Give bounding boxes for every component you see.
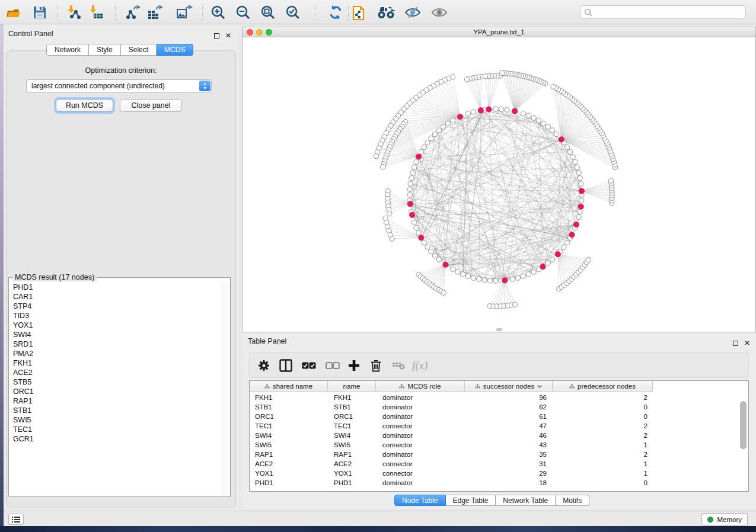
toolbar-separator [202, 4, 203, 21]
column-header-MCDS-role[interactable]: MCDS role [376, 381, 465, 392]
refresh-view-icon[interactable] [327, 4, 344, 21]
delete-column-icon[interactable] [371, 358, 381, 373]
tab-select[interactable]: Select [121, 44, 157, 56]
close-panel-icon[interactable]: ✕ [225, 30, 231, 40]
mcds-result-item[interactable]: PMA2 [9, 349, 223, 358]
mcds-result-item[interactable]: ACE2 [9, 368, 223, 377]
tab-network-table[interactable]: Network Table [496, 495, 556, 506]
table-row[interactable]: PHD1PHD1dominator180 [250, 478, 748, 488]
table-row[interactable]: YOX1YOX1connector291 [250, 469, 748, 478]
import-table-icon[interactable] [87, 4, 105, 21]
import-network-icon[interactable] [65, 4, 83, 21]
mcds-result-item[interactable]: ORC1 [9, 387, 223, 396]
dominator-node[interactable] [555, 252, 560, 257]
deselect-all-icon[interactable] [326, 358, 340, 373]
table-row[interactable]: STB1STB1dominator620 [250, 402, 748, 412]
column-header-successor-nodes[interactable]: successor nodes [465, 381, 553, 392]
export-image-icon[interactable] [176, 4, 193, 21]
dominator-node[interactable] [409, 212, 414, 217]
mcds-list-scrollbar[interactable] [222, 283, 229, 496]
zoom-fit-icon[interactable] [259, 4, 277, 21]
tab-mcds[interactable]: MCDS [157, 44, 193, 56]
mcds-result-item[interactable]: YOX1 [9, 321, 223, 330]
mcds-result-item[interactable]: CAR1 [9, 292, 223, 302]
mcds-result-item[interactable]: TID3 [9, 311, 223, 321]
dominator-node[interactable] [574, 222, 579, 227]
search-input[interactable] [595, 8, 745, 17]
table-row[interactable]: FKH1FKH1dominator962 [250, 393, 748, 402]
table-row[interactable]: RAP1RAP1dominator352 [250, 450, 748, 459]
share-network-icon[interactable] [351, 4, 369, 21]
export-network-icon[interactable] [125, 4, 142, 21]
tab-style[interactable]: Style [89, 44, 121, 56]
memory-button[interactable]: Memory [701, 513, 748, 525]
export-table-icon[interactable] [146, 4, 164, 21]
mcds-result-item[interactable]: SRD1 [9, 339, 223, 349]
dominator-node[interactable] [569, 232, 575, 238]
zoom-out-icon[interactable] [234, 4, 252, 21]
network-canvas[interactable] [243, 37, 755, 332]
hide-eye-icon[interactable] [404, 4, 422, 21]
list-icon [12, 516, 21, 523]
zoom-selected-icon[interactable] [284, 4, 302, 21]
float-window-icon[interactable] [733, 338, 738, 348]
close-panel-button[interactable]: Close panel [120, 99, 182, 112]
mcds-result-item[interactable]: STP4 [9, 302, 223, 311]
close-panel-icon[interactable]: ✕ [744, 337, 750, 348]
network-hscroll-thumb[interactable] [496, 328, 502, 331]
table-row[interactable]: TEC1TEC1connector472 [250, 421, 748, 431]
table-vscroll-thumb[interactable] [740, 401, 747, 449]
run-mcds-button[interactable]: Run MCDS [56, 99, 113, 112]
columns-icon[interactable] [279, 358, 292, 373]
mcds-result-item[interactable]: PHD1 [9, 283, 223, 292]
select-all-icon[interactable] [302, 358, 316, 373]
dominator-node[interactable] [486, 107, 492, 112]
tab-node-table[interactable]: Node Table [394, 495, 446, 506]
table-row[interactable]: ACE2ACE2connector311 [250, 459, 748, 469]
function-builder-icon[interactable]: f(x) [412, 358, 428, 373]
task-history-button[interactable] [8, 514, 24, 525]
dominator-node[interactable] [578, 204, 583, 209]
dominator-node[interactable] [512, 108, 518, 114]
float-window-icon[interactable] [214, 30, 219, 41]
zoom-in-icon[interactable] [209, 4, 227, 21]
network-window-titlebar[interactable]: YPA_prune.txt_1 [243, 27, 755, 37]
dominator-node[interactable] [559, 137, 564, 142]
add-column-icon[interactable] [348, 358, 360, 373]
tab-edge-table[interactable]: Edge Table [446, 495, 496, 506]
dominator-node[interactable] [407, 201, 413, 207]
table-row[interactable]: ORC1ORC1dominator610 [250, 412, 748, 421]
mcds-result-item[interactable]: SWI4 [9, 330, 223, 339]
table-row[interactable]: SWI4SWI4dominator462 [250, 431, 748, 440]
gear-icon[interactable] [258, 358, 270, 373]
tab-network[interactable]: Network [46, 44, 89, 56]
binoculars-icon[interactable] [377, 4, 395, 21]
mcds-result-item[interactable]: FKH1 [9, 358, 223, 368]
show-eye-icon[interactable] [430, 4, 448, 21]
dominator-node[interactable] [419, 235, 424, 241]
mcds-result-item[interactable]: STB1 [9, 406, 223, 415]
dominator-node[interactable] [458, 114, 463, 119]
column-header-shared-name[interactable]: shared name [250, 381, 328, 392]
dominator-node[interactable] [416, 154, 422, 159]
dominator-node[interactable] [443, 262, 448, 267]
mcds-result-item[interactable]: TEC1 [9, 425, 223, 434]
mcds-result-item[interactable]: STB5 [9, 377, 223, 387]
dominator-node[interactable] [502, 278, 508, 283]
criterion-dropdown[interactable]: largest connected component (undirected)… [26, 79, 212, 92]
mcds-result-item[interactable]: RAP1 [9, 396, 223, 406]
search-field[interactable] [580, 5, 746, 19]
dominator-node[interactable] [540, 264, 546, 270]
open-file-icon[interactable] [5, 4, 23, 21]
clear-table-icon[interactable] [392, 358, 405, 373]
mcds-result-item[interactable]: GCR1 [9, 434, 223, 444]
tab-motifs[interactable]: Motifs [556, 495, 589, 506]
mcds-result-item[interactable]: SWI5 [9, 415, 223, 425]
column-header-name[interactable]: name [328, 381, 376, 392]
column-header-predecessor-nodes[interactable]: predecessor nodes [553, 381, 653, 392]
dominator-node[interactable] [478, 108, 483, 113]
node-table: shared namenameMCDS rolesuccessor nodesp… [249, 380, 749, 492]
dominator-node[interactable] [579, 188, 584, 194]
save-session-icon[interactable] [31, 4, 49, 21]
table-row[interactable]: SWI5SWI5connector431 [250, 440, 748, 450]
